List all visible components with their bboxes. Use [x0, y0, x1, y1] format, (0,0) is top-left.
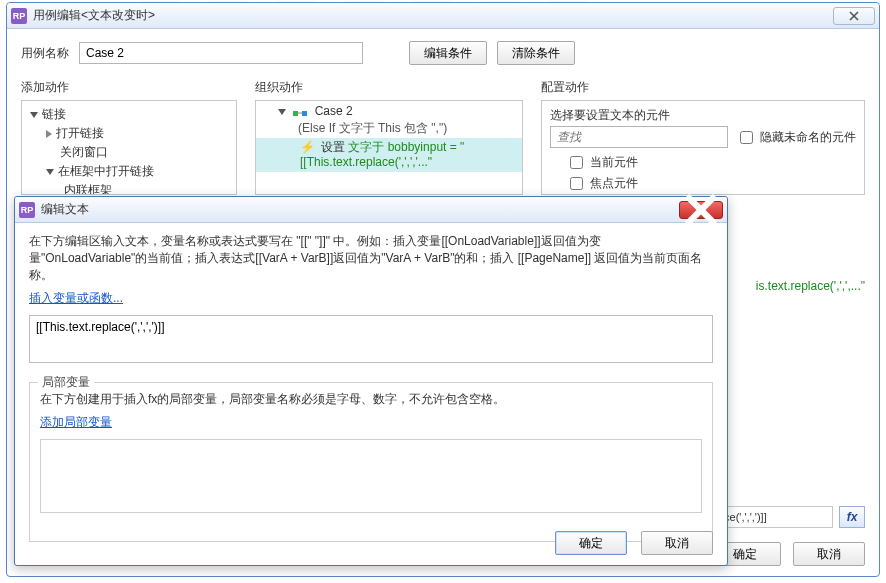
case-name-row: 用例名称 编辑条件 清除条件	[21, 41, 865, 65]
local-variables-legend: 局部变量	[38, 374, 94, 391]
hide-unnamed-label: 隐藏未命名的元件	[760, 129, 856, 146]
add-actions-column: 添加动作 链接 打开链接 关闭窗口	[21, 79, 237, 195]
configure-actions-header: 配置动作	[541, 79, 865, 96]
case-name-label: 用例名称	[21, 45, 69, 62]
clear-condition-button[interactable]: 清除条件	[497, 41, 575, 65]
tree-node-inline-frame[interactable]: 内联框架	[24, 181, 234, 195]
org-action-prefix: 设置	[321, 140, 348, 154]
edit-text-title: 编辑文本	[41, 201, 89, 218]
org-case-node[interactable]: Case 2	[256, 103, 522, 119]
edit-text-cancel-button[interactable]: 取消	[641, 531, 713, 555]
twisty-closed-icon	[46, 130, 52, 138]
case-editor-cancel-button[interactable]: 取消	[793, 542, 865, 566]
tree-label: 在框架中打开链接	[58, 163, 154, 180]
edit-text-close-button[interactable]	[679, 201, 723, 219]
case-name-input[interactable]	[79, 42, 363, 64]
case-icon	[293, 108, 307, 118]
cfg-current-check[interactable]	[570, 156, 583, 169]
case-editor-titlebar: RP 用例编辑<文本改变时>	[7, 3, 879, 29]
add-actions-tree[interactable]: 链接 打开链接 关闭窗口 在框架中打开链接 内联框	[21, 100, 237, 195]
case-editor-title: 用例编辑<文本改变时>	[33, 7, 155, 24]
app-icon: RP	[19, 202, 35, 218]
organize-actions-header: 组织动作	[255, 79, 523, 96]
edit-condition-button[interactable]: 编辑条件	[409, 41, 487, 65]
svg-rect-0	[293, 111, 298, 116]
add-actions-header: 添加动作	[21, 79, 237, 96]
lightning-icon: ⚡	[300, 140, 315, 154]
fx-button[interactable]: fx	[839, 506, 865, 528]
cfg-focus-label: 焦点元件	[590, 175, 638, 192]
case-editor-footer: 确定 取消	[709, 542, 865, 566]
configure-actions-column: 配置动作 选择要设置文本的元件 隐藏未命名的元件 当前元件	[541, 79, 865, 195]
tree-node-open-in-frame[interactable]: 在框架中打开链接	[24, 162, 234, 181]
cfg-current-widget[interactable]: 当前元件	[550, 152, 856, 173]
app-icon: RP	[11, 8, 27, 24]
edit-text-ok-button[interactable]: 确定	[555, 531, 627, 555]
organize-actions-tree[interactable]: Case 2 (Else If 文字于 This 包含 ",") ⚡设置 文字于…	[255, 100, 523, 195]
tree-node-open-link[interactable]: 打开链接	[24, 124, 234, 143]
tree-label: 关闭窗口	[60, 144, 108, 161]
edit-text-help: 在下方编辑区输入文本，变量名称或表达式要写在 "[[" "]]" 中。例如：插入…	[29, 233, 713, 284]
tree-label: 内联框架	[64, 182, 112, 195]
edit-text-dialog: RP 编辑文本 在下方编辑区输入文本，变量名称或表达式要写在 "[[" "]]"…	[14, 196, 728, 566]
twisty-open-icon	[30, 112, 38, 118]
edit-text-titlebar: RP 编辑文本	[15, 197, 727, 223]
cfg-current-label: 当前元件	[590, 154, 638, 171]
svg-rect-1	[302, 111, 307, 116]
hide-unnamed-checkbox[interactable]: 隐藏未命名的元件	[736, 128, 856, 147]
org-case-label: Case 2	[315, 104, 353, 118]
hide-unnamed-check-input[interactable]	[740, 131, 753, 144]
local-variables-fieldset: 局部变量 在下方创建用于插入fx的局部变量，局部变量名称必须是字母、数字，不允许…	[29, 382, 713, 542]
local-variables-list[interactable]	[40, 439, 702, 513]
background-peek-text: is.text.replace(',',',..."	[756, 279, 865, 293]
configure-search-input[interactable]	[550, 126, 728, 148]
org-case-condition: (Else If 文字于 This 包含 ",")	[256, 119, 522, 138]
configure-subtitle: 选择要设置文本的元件	[550, 107, 856, 124]
edit-text-footer: 确定 取消	[555, 531, 713, 555]
tree-label: 打开链接	[56, 125, 104, 142]
org-action-row[interactable]: ⚡设置 文字于 bobbyinput = "[[This.text.replac…	[256, 138, 522, 172]
tree-node-links[interactable]: 链接	[24, 105, 234, 124]
insert-variable-link[interactable]: 插入变量或函数...	[29, 290, 123, 307]
close-icon	[848, 10, 860, 22]
expression-input[interactable]: [[This.text.replace(',',',')]]	[29, 315, 713, 363]
tree-node-close-window[interactable]: 关闭窗口	[24, 143, 234, 162]
twisty-open-icon	[278, 109, 286, 115]
cfg-focus-check[interactable]	[570, 177, 583, 190]
tree-label: 链接	[42, 106, 66, 123]
add-local-variable-link[interactable]: 添加局部变量	[40, 414, 112, 431]
local-variables-help: 在下方创建用于插入fx的局部变量，局部变量名称必须是字母、数字，不允许包含空格。	[40, 391, 702, 408]
organize-actions-column: 组织动作 Case 2 (Else If 文字于 This 包含 ",") ⚡设…	[255, 79, 523, 195]
case-editor-close-button[interactable]	[833, 7, 875, 25]
twisty-open-icon	[46, 169, 54, 175]
configure-actions-panel: 选择要设置文本的元件 隐藏未命名的元件 当前元件	[541, 100, 865, 195]
